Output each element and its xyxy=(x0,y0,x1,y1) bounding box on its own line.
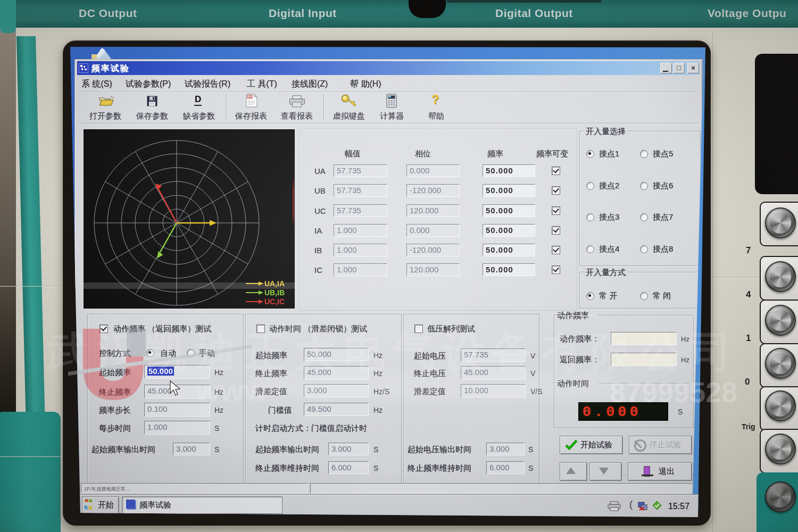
svg-text:UC,IC: UC,IC xyxy=(264,297,285,306)
svg-text:UB,IB: UB,IB xyxy=(264,288,285,297)
